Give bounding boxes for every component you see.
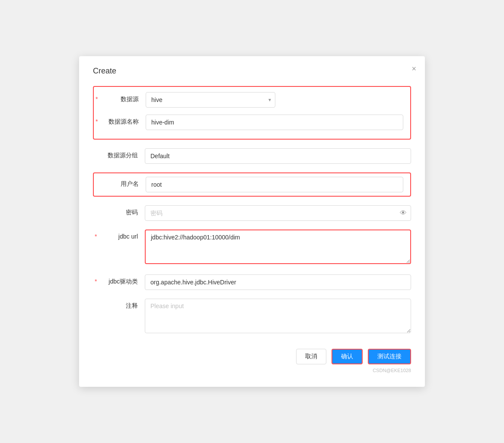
username-control (146, 177, 403, 192)
create-dialog: Create × 数据源 hive mysql postgresql oracl… (79, 56, 425, 387)
jdbc-driver-row: jdbc驱动类 (93, 274, 411, 290)
username-input[interactable] (146, 177, 403, 192)
jdbc-driver-label: jdbc驱动类 (93, 274, 145, 286)
form-actions: 取消 确认 测试连接 (93, 349, 411, 364)
cancel-button[interactable]: 取消 (296, 349, 326, 364)
datasource-group-label: 数据源分组 (93, 148, 145, 159)
close-button[interactable]: × (411, 65, 416, 73)
datasource-group-control (145, 148, 411, 164)
username-highlight-group: 用户名 (93, 172, 411, 197)
datasource-group-row: 数据源分组 (93, 148, 411, 164)
datasource-row: 数据源 hive mysql postgresql oracle ▾ (94, 92, 403, 108)
watermark: CSDN@EKE1028 (93, 368, 411, 373)
datasource-name-input[interactable] (146, 115, 403, 130)
password-label: 密码 (93, 205, 145, 217)
datasource-select[interactable]: hive mysql postgresql oracle (146, 92, 275, 108)
comment-input[interactable] (145, 299, 411, 333)
jdbc-url-label: jdbc url (93, 229, 145, 240)
datasource-name-row: 数据源名称 (94, 115, 403, 130)
datasource-name-label: 数据源名称 (94, 115, 146, 126)
password-input[interactable] (145, 205, 411, 221)
datasource-name-control (146, 115, 403, 130)
datasource-label: 数据源 (94, 92, 146, 103)
confirm-button[interactable]: 确认 (332, 349, 363, 364)
jdbc-driver-control (145, 274, 411, 290)
comment-row: 注释 (93, 299, 411, 335)
datasource-control: hive mysql postgresql oracle ▾ (146, 92, 403, 108)
test-connection-button[interactable]: 测试连接 (368, 349, 411, 364)
jdbc-url-control: jdbc:hive2://hadoop01:10000/dim (145, 229, 411, 266)
comment-label: 注释 (93, 299, 145, 310)
jdbc-driver-input[interactable] (145, 274, 411, 290)
password-row: 密码 👁 (93, 205, 411, 221)
jdbc-url-row: jdbc url jdbc:hive2://hadoop01:10000/dim (93, 229, 411, 266)
datasource-group-input[interactable] (145, 148, 411, 164)
jdbc-url-input[interactable]: jdbc:hive2://hadoop01:10000/dim (145, 229, 411, 264)
password-control: 👁 (145, 205, 411, 221)
username-row: 用户名 (94, 177, 403, 192)
dialog-title: Create (93, 67, 411, 76)
comment-control (145, 299, 411, 335)
eye-icon[interactable]: 👁 (400, 209, 407, 217)
username-label: 用户名 (94, 177, 146, 188)
datasource-select-wrapper: hive mysql postgresql oracle ▾ (146, 92, 275, 108)
password-wrapper: 👁 (145, 205, 411, 221)
top-highlight-group: 数据源 hive mysql postgresql oracle ▾ 数据源名称 (93, 86, 411, 140)
